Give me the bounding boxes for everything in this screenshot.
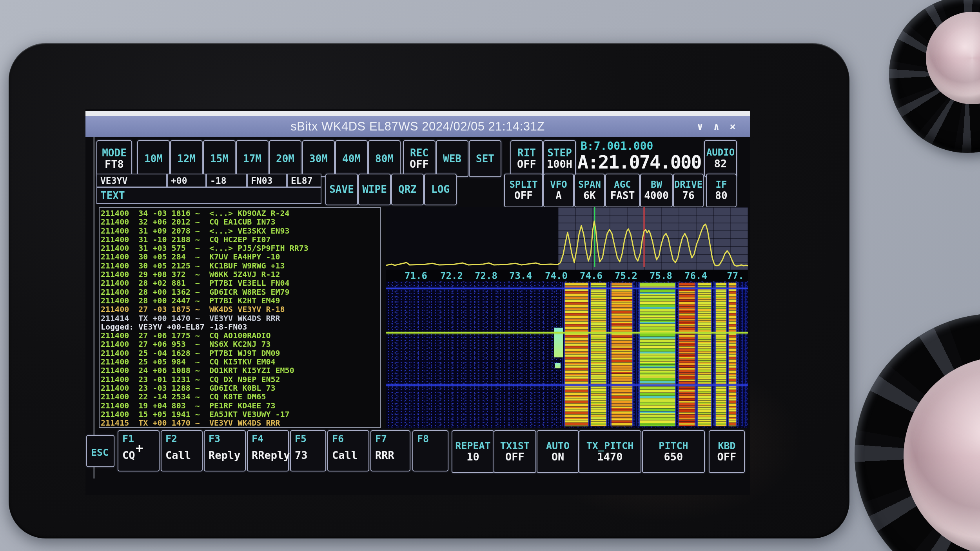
sent-report-field[interactable]: +00 (167, 174, 206, 187)
f6-key-macro: Call (332, 450, 358, 461)
f3-key-button[interactable]: F3Reply (204, 430, 246, 471)
span-button-value: 6K (583, 190, 595, 201)
log-button-label: LOG (431, 184, 450, 195)
repeat-button[interactable]: REPEAT10 (452, 430, 494, 473)
f5-key-button[interactable]: F573 (290, 430, 326, 471)
frequency-scale-label: 76.4 (684, 270, 707, 281)
photo-background: sBitx WK4DS EL87WS 2024/02/05 21:14:31Z … (0, 0, 980, 551)
band-button-label: 17M (243, 153, 261, 164)
ft8-decode-log[interactable]: 211400 34 -03 1816 ~ <...> KD9OAZ R-2421… (99, 207, 381, 428)
callsign-field[interactable]: VE3YV (96, 174, 167, 187)
agc-button[interactable]: AGCFAST (605, 174, 640, 207)
vfo-button-label: VFO (550, 180, 567, 190)
waterfall-display[interactable] (386, 281, 748, 428)
drive-button[interactable]: DRIVE76 (673, 174, 704, 207)
web-button-label: WEB (443, 153, 461, 164)
band-button-label: 20M (276, 153, 294, 164)
mode-button[interactable]: MODE FT8 (96, 140, 132, 177)
band-button-30m[interactable]: 30M (302, 140, 335, 177)
band-button-20m[interactable]: 20M (269, 140, 301, 177)
band-button-label: 12M (177, 153, 196, 164)
log-line: 211400 31 +09 2078 ~ <...> VE3SKX EN93 (101, 227, 380, 235)
band-button-80m[interactable]: 80M (368, 140, 401, 177)
web-button[interactable]: WEB (436, 140, 468, 177)
if-button[interactable]: IF80 (706, 174, 737, 207)
callsign-value: VE3YV (100, 176, 127, 186)
pitch-button[interactable]: PITCH650 (642, 430, 705, 473)
rit-button-value: OFF (517, 158, 536, 170)
step-button[interactable]: STEP 100H (543, 140, 576, 177)
wipe-button[interactable]: WIPE (358, 174, 391, 205)
repeat-label: REPEAT (455, 440, 490, 451)
f3-key-label: F3 (209, 433, 220, 444)
kbd-value: OFF (717, 451, 737, 462)
band-button-12m[interactable]: 12M (170, 140, 203, 177)
rit-button[interactable]: RIT OFF (510, 140, 543, 177)
set-button[interactable]: SET (469, 140, 501, 177)
step-button-label: STEP (547, 147, 572, 158)
audio-button[interactable]: AUDIO 82 (704, 140, 737, 177)
vfo-button[interactable]: VFOA (543, 174, 574, 207)
frequency-scale-label: 75.8 (650, 270, 672, 281)
f7-key-macro: RRR (375, 450, 394, 461)
mode-button-value: FT8 (105, 158, 124, 170)
qrz-button[interactable]: QRZ (391, 174, 424, 205)
auto-value: ON (552, 451, 564, 462)
vfo-a-frequency[interactable]: A:21.074.000 (577, 151, 701, 173)
bw-button[interactable]: BW4000 (640, 174, 673, 207)
waterfall-signal (697, 283, 712, 426)
waterfall-cycle-line (386, 384, 748, 386)
qrz-button-label: QRZ (398, 184, 417, 195)
spectrum-display[interactable] (386, 207, 748, 270)
waterfall-signal (678, 283, 696, 426)
log-line: 211400 23 -03 1288 ~ GD6ICR K0BL 73 (101, 384, 380, 392)
minimize-icon[interactable]: ∨ (697, 121, 703, 132)
f6-key-button[interactable]: F6Call (327, 430, 369, 471)
band-button-label: 30M (309, 153, 328, 164)
band-button-10m[interactable]: 10M (137, 140, 170, 177)
grid-field[interactable]: FN03 (247, 174, 287, 187)
f2-key-button[interactable]: F2Call (161, 430, 203, 471)
f4-key-button[interactable]: F4RReply (247, 430, 289, 471)
auto-label: AUTO (546, 440, 570, 451)
f2-key-label: F2 (165, 433, 177, 444)
log-line: 211400 27 -03 1875 ~ WK4DS VE3YV R-18 (101, 305, 380, 314)
waterfall-signal (590, 283, 607, 426)
f7-key-label: F7 (375, 433, 387, 444)
band-button-label: 10M (144, 153, 163, 164)
split-button-value: OFF (514, 190, 533, 201)
f8-key-button[interactable]: F8 (412, 430, 448, 471)
log-line: 211400 29 +08 372 ~ W6KK 5Z4VJ R-12 (101, 270, 380, 279)
esc-key-button[interactable]: ESC (86, 435, 114, 467)
auto-button[interactable]: AUTOON (537, 430, 579, 473)
band-button-15m[interactable]: 15M (203, 140, 236, 177)
tx1st-label: TX1ST (500, 440, 530, 451)
rec-button[interactable]: REC OFF (403, 140, 436, 177)
log-line: Logged: VE3YV +00-EL87 -18-FN03 (101, 323, 380, 331)
my-grid-field[interactable]: EL87 (287, 174, 321, 187)
vfo-b-frequency: B:7.001.000 (581, 140, 653, 152)
rec-button-value: OFF (410, 158, 429, 170)
band-button-40m[interactable]: 40M (335, 140, 368, 177)
split-button[interactable]: SPLITOFF (504, 174, 543, 207)
span-button[interactable]: SPAN6K (574, 174, 605, 207)
log-line: 211400 28 +02 881 ~ PT7BI VE3ELL FN04 (101, 279, 380, 287)
log-line: 211400 30 +05 284 ~ K7UV EA4HPY -10 (101, 252, 380, 261)
log-button[interactable]: LOG (424, 174, 457, 205)
mode-button-label: MODE (102, 147, 127, 158)
text-entry-field[interactable]: TEXT (96, 187, 321, 204)
frequency-scale-label: 77. (727, 270, 744, 281)
rit-button-label: RIT (517, 147, 536, 158)
waterfall-signal (728, 283, 737, 426)
tx-pitch-button[interactable]: TX_PITCH1470 (579, 430, 641, 473)
log-line: 211400 28 +00 2447 ~ PT7BI K2HT EM49 (101, 296, 380, 305)
kbd-button[interactable]: KBDOFF (709, 430, 745, 473)
close-icon[interactable]: × (730, 121, 736, 132)
if-button-label: IF (716, 180, 727, 190)
tx1st-button[interactable]: TX1STOFF (494, 430, 536, 473)
band-button-17m[interactable]: 17M (236, 140, 269, 177)
save-button[interactable]: SAVE (325, 174, 358, 205)
recv-report-field[interactable]: -18 (206, 174, 247, 187)
restore-icon[interactable]: ∧ (713, 121, 720, 132)
f7-key-button[interactable]: F7RRR (370, 430, 410, 471)
